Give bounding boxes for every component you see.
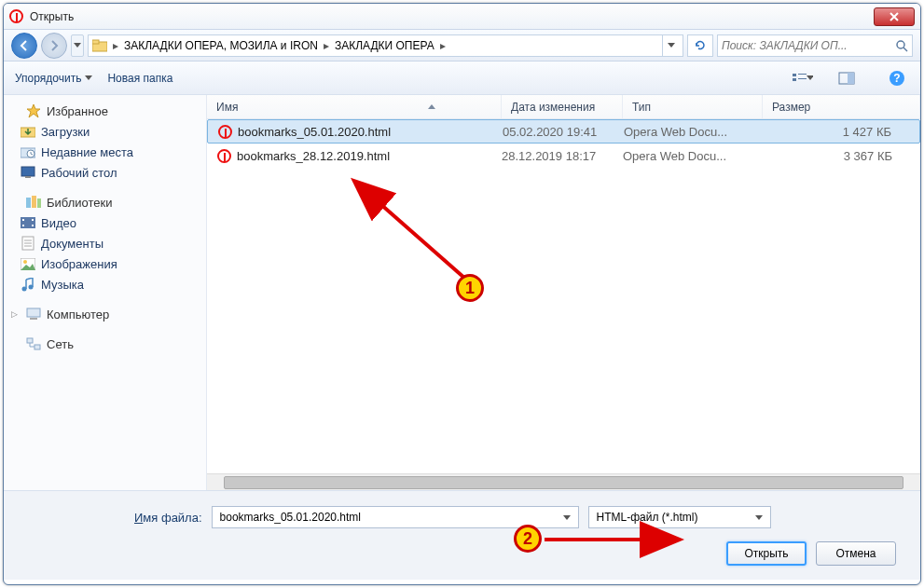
sidebar-favorites-header[interactable]: Избранное (4, 101, 206, 121)
images-icon (21, 256, 35, 271)
header-label: Дата изменения (511, 101, 595, 114)
svg-text:?: ? (893, 72, 900, 85)
file-row[interactable]: bookmarks_05.01.2020.html 05.02.2020 19:… (207, 119, 920, 144)
view-options-button[interactable] (790, 68, 814, 89)
folder-icon (92, 38, 107, 53)
svg-point-32 (29, 284, 34, 289)
file-type: Opera Web Docu... (623, 149, 763, 163)
sidebar-item-downloads[interactable]: Загрузки (4, 121, 206, 142)
breadcrumb-parent[interactable]: ЗАКЛАДКИ ОПЕРА, МОЗИЛА и IRON (124, 39, 318, 52)
documents-icon (21, 236, 35, 251)
svg-point-2 (897, 41, 904, 48)
open-button[interactable]: Открыть (726, 541, 807, 566)
address-dropdown[interactable] (662, 35, 679, 56)
column-header-type[interactable]: Тип (623, 95, 763, 118)
svg-rect-24 (32, 225, 34, 226)
file-size: 3 367 КБ (763, 149, 920, 163)
column-header-date[interactable]: Дата изменения (502, 95, 623, 118)
file-row[interactable]: bookmarks_28.12.2019.html 28.12.2019 18:… (207, 144, 920, 168)
svg-point-31 (22, 286, 27, 291)
breadcrumb-current[interactable]: ЗАКЛАДКИ ОПЕРА (335, 39, 434, 52)
close-button[interactable] (874, 7, 915, 26)
chevron-down-icon[interactable] (752, 515, 766, 520)
organize-label: Упорядочить (15, 72, 81, 85)
sidebar-item-label: Компьютер (47, 308, 109, 321)
search-input[interactable] (722, 39, 891, 52)
star-icon (26, 103, 41, 118)
chevron-right-icon: ▸ (324, 39, 329, 52)
svg-rect-17 (26, 198, 31, 208)
svg-rect-1 (92, 40, 99, 44)
sidebar-item-desktop[interactable]: Рабочий стол (4, 162, 206, 183)
sidebar-item-label: Загрузки (41, 125, 90, 139)
svg-line-3 (903, 48, 907, 51)
titlebar: Открыть (4, 4, 920, 30)
file-name: bookmarks_05.01.2020.html (238, 125, 391, 139)
svg-point-30 (23, 260, 27, 264)
preview-pane-button[interactable] (834, 68, 859, 89)
file-name: bookmarks_28.12.2019.html (237, 149, 390, 163)
svg-rect-9 (848, 73, 854, 84)
file-size: 1 427 КБ (764, 125, 919, 139)
nav-back-button[interactable] (11, 33, 37, 59)
svg-rect-20 (21, 217, 35, 228)
help-button[interactable]: ? (885, 68, 909, 89)
svg-rect-15 (21, 167, 34, 176)
header-label: Тип (632, 101, 651, 114)
sidebar-libraries-header[interactable]: Библиотеки (4, 192, 206, 212)
svg-rect-36 (34, 345, 40, 349)
nav-history-dropdown[interactable] (71, 34, 84, 57)
sidebar-item-label: Музыка (41, 278, 84, 292)
horizontal-scrollbar[interactable] (207, 473, 920, 490)
svg-rect-35 (27, 338, 33, 343)
sort-asc-icon (428, 104, 435, 109)
sidebar-item-video[interactable]: Видео (4, 212, 206, 233)
address-bar[interactable]: ▸ ЗАКЛАДКИ ОПЕРА, МОЗИЛА и IRON ▸ ЗАКЛАД… (88, 34, 683, 57)
music-icon (21, 277, 35, 292)
desktop-icon (21, 165, 35, 180)
chevron-down-icon[interactable] (559, 515, 574, 520)
svg-rect-22 (22, 225, 24, 226)
nav-forward-button[interactable] (41, 33, 67, 59)
sidebar-item-images[interactable]: Изображения (4, 253, 206, 274)
scrollbar-thumb[interactable] (224, 476, 903, 489)
sidebar-network-header[interactable]: Сеть (4, 334, 206, 354)
organize-menu[interactable]: Упорядочить (15, 72, 92, 85)
recent-icon (21, 144, 35, 159)
file-type: Opera Web Docu... (624, 125, 764, 139)
sidebar-item-documents[interactable]: Документы (4, 233, 206, 253)
new-folder-button[interactable]: Новая папка (107, 72, 172, 85)
header-label: Размер (772, 101, 810, 114)
filename-combo[interactable]: bookmarks_05.01.2020.html (212, 506, 579, 528)
column-header-name[interactable]: Имя (207, 95, 502, 118)
column-header-size[interactable]: Размер (763, 95, 920, 118)
sidebar-item-music[interactable]: Музыка (4, 274, 206, 294)
expand-icon: ▷ (11, 309, 21, 319)
cancel-button[interactable]: Отмена (816, 541, 896, 566)
sidebar-item-label: Видео (41, 216, 76, 230)
svg-rect-34 (30, 318, 37, 320)
sidebar-item-label: Сеть (47, 337, 74, 351)
search-box[interactable] (717, 34, 913, 57)
svg-rect-19 (37, 198, 41, 208)
video-icon (21, 215, 35, 230)
filename-value: bookmarks_05.01.2020.html (216, 511, 559, 524)
opera-icon (9, 9, 24, 24)
search-icon (895, 39, 908, 52)
chevron-right-icon: ▸ (440, 39, 446, 52)
file-list-area: Имя Дата изменения Тип Размер bookmarks_… (207, 95, 920, 490)
svg-rect-33 (27, 308, 40, 317)
svg-rect-5 (798, 74, 807, 75)
sidebar-item-label: Изображения (41, 257, 117, 271)
downloads-icon (21, 124, 35, 139)
svg-rect-7 (798, 78, 807, 79)
header-label: Имя (216, 101, 238, 114)
svg-rect-18 (32, 196, 36, 208)
sidebar-computer-header[interactable]: ▷ Компьютер (4, 304, 206, 324)
file-date: 05.02.2020 19:41 (503, 125, 624, 139)
sidebar-item-recent[interactable]: Недавние места (4, 142, 206, 162)
new-folder-label: Новая папка (107, 72, 172, 85)
filetype-combo[interactable]: HTML-файл (*.html) (588, 506, 771, 528)
opera-file-icon (217, 124, 232, 139)
refresh-button[interactable] (687, 34, 713, 57)
